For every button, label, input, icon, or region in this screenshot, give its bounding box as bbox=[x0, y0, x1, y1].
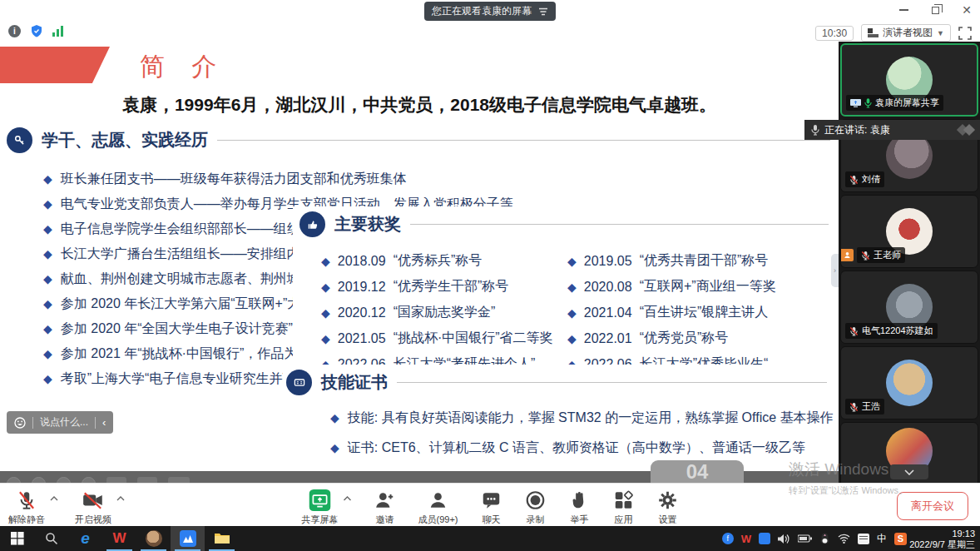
clock-time: 19:13 bbox=[909, 529, 975, 539]
fullscreen-icon[interactable] bbox=[958, 27, 972, 40]
apps-button[interactable]: 应用 bbox=[613, 489, 635, 526]
skills-section: 技能证书 ◆ 技能: 具有良好英语阅读能力，掌握 STM32 的一定运用，熟练掌… bbox=[283, 365, 839, 483]
prev-slide-icon[interactable] bbox=[7, 477, 21, 483]
notification-icon[interactable] bbox=[858, 534, 869, 544]
leave-meeting-button[interactable]: 离开会议 bbox=[897, 492, 968, 520]
taskbar-edge-icon[interactable]: e bbox=[68, 526, 102, 551]
meeting-tray-icon[interactable] bbox=[759, 533, 770, 544]
award-row: ◆ 2022.01 “优秀党员”称号 bbox=[567, 325, 835, 351]
taskbar-clock[interactable]: 19:13 2022/9/7 星期三 bbox=[909, 529, 975, 549]
meeting-info-icon[interactable]: i bbox=[8, 25, 21, 37]
divider bbox=[410, 224, 829, 225]
slide-overview-icon[interactable] bbox=[106, 477, 126, 483]
collapse-left-icon[interactable]: ‹ bbox=[102, 416, 106, 429]
qq-penguin-icon[interactable] bbox=[819, 533, 830, 544]
minimize-icon[interactable] bbox=[897, 3, 910, 17]
participant-tile-yuankang-share[interactable]: 袁康的屏幕共享 bbox=[840, 43, 978, 117]
diamond-bullet-icon: ◆ bbox=[43, 272, 52, 285]
video-options-chevron-icon[interactable] bbox=[116, 496, 125, 501]
participant-name: 刘倩 bbox=[862, 173, 880, 186]
ime-indicator[interactable]: 中 bbox=[877, 532, 887, 546]
award-title: “互联网+”商业组一等奖 bbox=[640, 278, 776, 295]
zoom-tool-icon[interactable] bbox=[137, 477, 157, 483]
participant-name: 王老师 bbox=[874, 249, 901, 261]
award-row: ◆ 2019.05 “优秀共青团干部”称号 bbox=[567, 248, 835, 274]
diamond-bullet-icon: ◆ bbox=[321, 332, 330, 345]
mic-on-icon bbox=[864, 98, 872, 108]
network-signal-icon[interactable] bbox=[52, 26, 63, 37]
members-button[interactable]: 成员(99+) bbox=[418, 489, 458, 526]
record-button[interactable]: 录制 bbox=[525, 489, 547, 526]
chat-button[interactable]: 聊天 bbox=[481, 489, 502, 526]
security-shield-icon[interactable] bbox=[31, 25, 42, 37]
start-button[interactable] bbox=[0, 526, 34, 551]
sogou-tray-icon[interactable]: S bbox=[894, 533, 907, 545]
taskbar-wps-icon[interactable]: W bbox=[102, 526, 136, 551]
thumbs-up-icon bbox=[299, 211, 325, 237]
watching-banner[interactable]: 您正在观看袁康的屏幕 bbox=[424, 2, 556, 21]
share-options-chevron-icon[interactable] bbox=[344, 496, 352, 526]
settings-button[interactable]: 设置 bbox=[657, 489, 679, 526]
participant-tile-wanglaoshi[interactable]: 王老师 bbox=[840, 195, 978, 268]
members-icon bbox=[428, 489, 449, 511]
toolbar-center-group: 共享屏幕 邀请 成员(99+) 聊天 录制 bbox=[302, 489, 679, 526]
share-screen-icon bbox=[309, 489, 331, 511]
key-icon bbox=[7, 127, 32, 153]
sidebar-scroll-down-icon[interactable] bbox=[890, 464, 928, 479]
flash-tray-icon[interactable]: f bbox=[722, 533, 734, 544]
diamond-bullet-icon: ◆ bbox=[321, 306, 330, 320]
apps-label: 应用 bbox=[615, 514, 633, 526]
diamond-bullet-icon: ◆ bbox=[43, 297, 52, 310]
award-row: ◆ 2018.09 “优秀标兵”称号 bbox=[321, 248, 571, 274]
invite-label: 邀请 bbox=[376, 514, 394, 526]
participant-label: 王浩 bbox=[845, 399, 884, 414]
awards-section: 主要获奖 ◆ 2018.09 “优秀标兵”称号 ◆ 2019. bbox=[293, 206, 839, 366]
awards-section-title: 主要获奖 bbox=[334, 213, 401, 236]
award-title: “国家励志奖学金” bbox=[393, 304, 496, 321]
participant-name: 袁康的屏幕共享 bbox=[875, 97, 939, 109]
pen-icon[interactable] bbox=[57, 477, 71, 483]
clock-date: 2022/9/7 星期三 bbox=[909, 539, 975, 550]
system-tray: f W 中 S bbox=[722, 526, 907, 551]
shared-screen-slide: 简 介 袁康，1999年6月，湖北汉川，中共党员，2018级电子信息学院电气卓越… bbox=[0, 42, 839, 483]
participant-tile-sujianru[interactable]: 电气12204苏建如 bbox=[840, 271, 978, 344]
taskbar-avatar-app-icon[interactable] bbox=[136, 526, 171, 551]
wps-tray-icon[interactable]: W bbox=[741, 533, 751, 545]
laser-pointer-icon[interactable] bbox=[82, 477, 96, 483]
more-options-icon[interactable]: … bbox=[168, 477, 190, 483]
slide-headline: 袁康，1999年6月，湖北汉川，中共党员，2018级电子信息学院电气卓越班。 bbox=[0, 93, 839, 117]
quick-chat-bar[interactable]: 说点什么... ‹ bbox=[7, 411, 113, 434]
skills-section-title: 技能证书 bbox=[321, 371, 388, 394]
invite-button[interactable]: 邀请 bbox=[374, 489, 396, 526]
battery-icon[interactable] bbox=[798, 534, 812, 543]
mic-muted-icon bbox=[849, 326, 859, 336]
mic-options-chevron-icon[interactable] bbox=[50, 496, 58, 501]
next-slide-icon[interactable] bbox=[32, 477, 46, 483]
wifi-icon[interactable] bbox=[838, 534, 850, 544]
divider bbox=[95, 417, 96, 429]
award-row: ◆ 2020.08 “互联网+”商业组一等奖 bbox=[567, 274, 835, 300]
experience-item-text: 参加 2020 年长江大学第六届“互联网+”大 bbox=[61, 295, 300, 313]
view-mode-button[interactable]: 演讲者视图 ▼ bbox=[861, 24, 951, 42]
chat-input-placeholder[interactable]: 说点什么... bbox=[40, 415, 88, 429]
experience-section-title: 学干、志愿、实践经历 bbox=[42, 129, 208, 151]
participant-tile-wanghao[interactable]: 王浩 bbox=[840, 346, 978, 419]
taskbar-search-icon[interactable] bbox=[34, 526, 68, 551]
diamond-bullet-icon: ◆ bbox=[567, 255, 577, 268]
award-date: 2019.12 bbox=[338, 280, 386, 295]
restore-icon[interactable] bbox=[928, 3, 942, 17]
mic-muted-icon bbox=[849, 402, 859, 412]
unmute-button[interactable]: 解除静音 bbox=[8, 489, 45, 526]
start-video-button[interactable]: 开启视频 bbox=[75, 489, 111, 526]
taskbar-meeting-icon[interactable] bbox=[171, 526, 205, 551]
taskbar-explorer-icon[interactable] bbox=[205, 526, 239, 551]
sidebar-collapse-handle[interactable]: › bbox=[831, 254, 839, 287]
close-icon[interactable]: ✕ bbox=[960, 3, 973, 17]
raise-hand-button[interactable]: 举手 bbox=[569, 489, 591, 526]
emoji-icon[interactable] bbox=[14, 417, 26, 429]
invite-icon bbox=[374, 489, 396, 511]
share-screen-button[interactable]: 共享屏幕 bbox=[302, 489, 339, 526]
banner-filter-icon[interactable] bbox=[538, 7, 548, 16]
volume-icon[interactable] bbox=[778, 534, 790, 544]
diamond-bullet-icon: ◆ bbox=[330, 411, 339, 424]
